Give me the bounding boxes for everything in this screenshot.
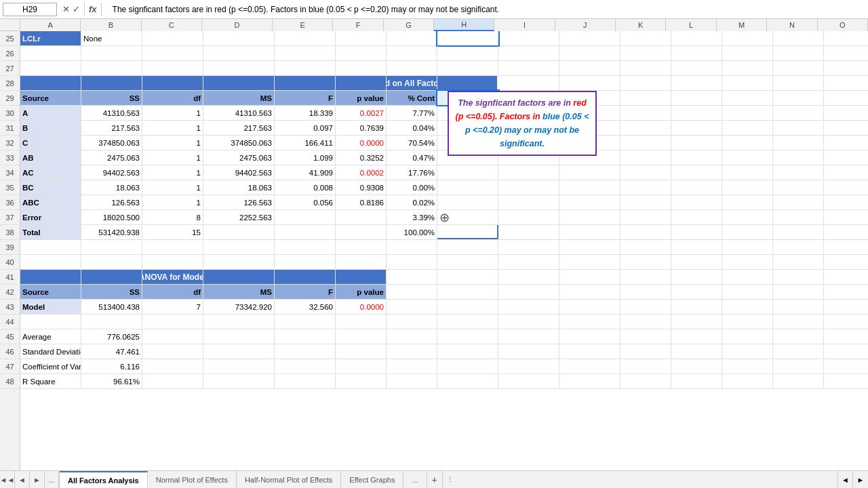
cell-k38[interactable] xyxy=(620,225,671,239)
cell-l27[interactable] xyxy=(671,61,722,75)
cell-d27[interactable] xyxy=(203,61,275,75)
cell-f47[interactable] xyxy=(336,359,387,373)
anova-col-pvalue[interactable]: p value xyxy=(336,91,387,105)
cell-a48-label[interactable]: R Square xyxy=(20,374,81,388)
cell-d44[interactable] xyxy=(203,314,275,329)
cell-n46[interactable] xyxy=(773,344,824,359)
cell-l29[interactable] xyxy=(671,91,722,105)
cell-h35[interactable] xyxy=(437,180,498,195)
cell-n32[interactable] xyxy=(773,136,824,150)
cell-l35[interactable] xyxy=(671,180,722,195)
cell-j28[interactable] xyxy=(559,76,620,90)
cell-n28[interactable] xyxy=(773,76,824,90)
cell-k39[interactable] xyxy=(620,240,671,254)
cell-b26[interactable] xyxy=(81,46,142,60)
cell-b40[interactable] xyxy=(81,255,142,269)
cell-n26[interactable] xyxy=(773,46,824,60)
cell-c48[interactable] xyxy=(142,374,203,388)
cell-g47[interactable] xyxy=(387,359,437,373)
cell-m38[interactable] xyxy=(722,225,773,239)
cell-o30[interactable] xyxy=(824,106,868,120)
cell-e30-f[interactable]: 18.339 xyxy=(275,106,336,120)
row-num-32[interactable]: 32 xyxy=(0,136,20,150)
cell-f35-pval[interactable]: 0.9308 xyxy=(336,180,387,195)
cell-a27[interactable] xyxy=(20,61,81,75)
anova-col-ms[interactable]: MS xyxy=(203,91,275,105)
cell-i47[interactable] xyxy=(498,359,559,373)
cell-j38[interactable] xyxy=(559,225,620,239)
col-header-e[interactable]: E xyxy=(273,19,333,31)
cell-h44[interactable] xyxy=(437,314,498,329)
cell-o36[interactable] xyxy=(824,195,868,209)
cell-b45-value[interactable]: 776.0625 xyxy=(81,329,142,344)
cell-f39[interactable] xyxy=(336,240,387,254)
cell-a25[interactable]: LCLr xyxy=(20,31,81,45)
cell-i46[interactable] xyxy=(498,344,559,359)
cell-b39[interactable] xyxy=(81,240,142,254)
row-num-30[interactable]: 30 xyxy=(0,106,20,121)
cell-b47-value[interactable]: 6.116 xyxy=(81,359,142,373)
anova-col-f[interactable]: F xyxy=(275,91,336,105)
cell-c26[interactable] xyxy=(142,46,203,60)
cell-e43-f[interactable]: 32.560 xyxy=(275,300,336,314)
cell-e33-f[interactable]: 1.099 xyxy=(275,150,336,165)
cell-o41[interactable] xyxy=(824,270,868,284)
cell-e48[interactable] xyxy=(275,374,336,388)
cell-h45[interactable] xyxy=(437,329,498,344)
cell-a41[interactable] xyxy=(20,270,81,284)
cell-b32-ss[interactable]: 374850.063 xyxy=(81,136,142,150)
row-num-33[interactable]: 33 xyxy=(0,150,20,165)
cell-o31[interactable] xyxy=(824,121,868,135)
cell-a33-source[interactable]: AB xyxy=(20,150,81,165)
cell-m47[interactable] xyxy=(722,359,773,373)
cell-k42[interactable] xyxy=(620,285,671,299)
row-num-25[interactable]: 25 xyxy=(0,31,20,46)
cell-o40[interactable] xyxy=(824,255,868,269)
cell-c44[interactable] xyxy=(142,314,203,329)
cell-e44[interactable] xyxy=(275,314,336,329)
cell-o39[interactable] xyxy=(824,240,868,254)
cell-b35-ss[interactable]: 18.063 xyxy=(81,180,142,195)
row-num-36[interactable]: 36 xyxy=(0,195,20,210)
cell-c32-df[interactable]: 1 xyxy=(142,136,203,150)
cell-e47[interactable] xyxy=(275,359,336,373)
model-col-pvalue[interactable]: p value xyxy=(336,285,387,299)
tab-half-normal-plot[interactable]: Half-Normal Plot of Effects xyxy=(237,471,341,488)
cell-b27[interactable] xyxy=(81,61,142,75)
cell-l31[interactable] xyxy=(671,121,722,135)
cell-i37[interactable] xyxy=(498,210,559,224)
cell-f40[interactable] xyxy=(336,255,387,269)
cell-a31-source[interactable]: B xyxy=(20,121,81,135)
cell-k32[interactable] xyxy=(620,136,671,150)
cell-l45[interactable] xyxy=(671,329,722,344)
cell-f25[interactable] xyxy=(336,31,387,45)
row-num-45[interactable]: 45 xyxy=(0,329,20,344)
cell-a44[interactable] xyxy=(20,314,81,329)
cell-f33-pval[interactable]: 0.3252 xyxy=(336,150,387,165)
col-header-m[interactable]: M xyxy=(717,19,767,31)
cell-h28[interactable] xyxy=(437,76,498,90)
cell-j47[interactable] xyxy=(559,359,620,373)
cell-g46[interactable] xyxy=(387,344,437,359)
anova-col-df[interactable]: df xyxy=(142,91,203,105)
cell-a46-label[interactable]: Standard Deviation xyxy=(20,344,81,359)
cell-g37-pct[interactable]: 3.39% xyxy=(387,210,437,224)
cell-e37-f[interactable] xyxy=(275,210,336,224)
cell-g43[interactable] xyxy=(387,300,437,314)
tab-scroll-far-right[interactable]: ► xyxy=(853,471,868,488)
cell-b30-ss[interactable]: 41310.563 xyxy=(81,106,142,120)
cell-n37[interactable] xyxy=(773,210,824,224)
cell-f26[interactable] xyxy=(336,46,387,60)
cell-e38-f[interactable] xyxy=(275,225,336,239)
cell-m28[interactable] xyxy=(722,76,773,90)
cell-n48[interactable] xyxy=(773,374,824,388)
cell-n39[interactable] xyxy=(773,240,824,254)
cell-o47[interactable] xyxy=(824,359,868,373)
col-header-o[interactable]: O xyxy=(818,19,868,31)
tab-nav-first[interactable]: ◄◄ xyxy=(0,471,15,488)
cell-k27[interactable] xyxy=(620,61,671,75)
cell-k46[interactable] xyxy=(620,344,671,359)
cell-j41[interactable] xyxy=(559,270,620,284)
cell-o38[interactable] xyxy=(824,225,868,239)
cell-n35[interactable] xyxy=(773,180,824,195)
